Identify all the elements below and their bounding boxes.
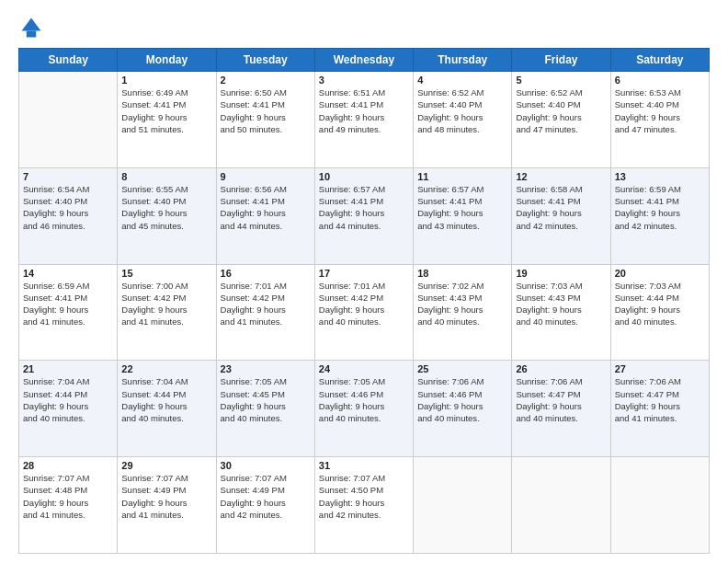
day-number: 29 bbox=[121, 460, 211, 471]
day-info: Sunrise: 6:49 AM Sunset: 4:41 PM Dayligh… bbox=[121, 86, 211, 135]
day-number: 24 bbox=[319, 363, 409, 374]
page: SundayMondayTuesdayWednesdayThursdayFrid… bbox=[0, 0, 728, 563]
day-info: Sunrise: 6:59 AM Sunset: 4:41 PM Dayligh… bbox=[23, 280, 113, 328]
day-number: 22 bbox=[121, 363, 211, 374]
calendar-day: 3Sunrise: 6:51 AM Sunset: 4:41 PM Daylig… bbox=[314, 72, 413, 168]
day-info: Sunrise: 7:07 AM Sunset: 4:49 PM Dayligh… bbox=[121, 472, 211, 521]
day-number: 4 bbox=[417, 75, 507, 86]
day-info: Sunrise: 7:04 AM Sunset: 4:44 PM Dayligh… bbox=[23, 375, 113, 424]
day-number: 9 bbox=[221, 171, 311, 182]
day-number: 3 bbox=[319, 75, 409, 86]
calendar-day: 18Sunrise: 7:02 AM Sunset: 4:43 PM Dayli… bbox=[414, 264, 512, 361]
calendar-day: 2Sunrise: 6:50 AM Sunset: 4:41 PM Daylig… bbox=[216, 72, 314, 168]
calendar-day bbox=[512, 457, 610, 554]
day-number: 15 bbox=[121, 268, 211, 279]
day-info: Sunrise: 7:03 AM Sunset: 4:44 PM Dayligh… bbox=[615, 280, 705, 328]
calendar-day: 8Sunrise: 6:55 AM Sunset: 4:40 PM Daylig… bbox=[118, 167, 216, 264]
day-info: Sunrise: 6:56 AM Sunset: 4:41 PM Dayligh… bbox=[221, 183, 311, 232]
day-info: Sunrise: 6:54 AM Sunset: 4:40 PM Dayligh… bbox=[23, 183, 113, 232]
day-info: Sunrise: 6:58 AM Sunset: 4:41 PM Dayligh… bbox=[516, 183, 606, 232]
calendar-day: 19Sunrise: 7:03 AM Sunset: 4:43 PM Dayli… bbox=[512, 264, 610, 361]
day-info: Sunrise: 6:52 AM Sunset: 4:40 PM Dayligh… bbox=[417, 86, 507, 135]
day-number: 20 bbox=[615, 268, 705, 279]
calendar-day: 11Sunrise: 6:57 AM Sunset: 4:41 PM Dayli… bbox=[414, 167, 512, 264]
calendar-day: 23Sunrise: 7:05 AM Sunset: 4:45 PM Dayli… bbox=[216, 361, 314, 457]
calendar-day: 14Sunrise: 6:59 AM Sunset: 4:41 PM Dayli… bbox=[19, 264, 118, 361]
day-number: 25 bbox=[417, 363, 507, 374]
calendar-day: 24Sunrise: 7:05 AM Sunset: 4:46 PM Dayli… bbox=[314, 361, 413, 457]
day-info: Sunrise: 6:57 AM Sunset: 4:41 PM Dayligh… bbox=[319, 183, 409, 232]
calendar-day: 26Sunrise: 7:06 AM Sunset: 4:47 PM Dayli… bbox=[512, 361, 610, 457]
day-info: Sunrise: 7:04 AM Sunset: 4:44 PM Dayligh… bbox=[121, 375, 211, 424]
day-info: Sunrise: 7:05 AM Sunset: 4:45 PM Dayligh… bbox=[221, 375, 311, 424]
day-info: Sunrise: 7:06 AM Sunset: 4:47 PM Dayligh… bbox=[615, 375, 705, 424]
header bbox=[18, 15, 710, 40]
calendar-day: 12Sunrise: 6:58 AM Sunset: 4:41 PM Dayli… bbox=[512, 167, 610, 264]
day-number: 8 bbox=[121, 171, 211, 182]
day-info: Sunrise: 7:03 AM Sunset: 4:43 PM Dayligh… bbox=[516, 280, 606, 328]
calendar-day: 6Sunrise: 6:53 AM Sunset: 4:40 PM Daylig… bbox=[610, 72, 709, 168]
calendar-day bbox=[19, 72, 118, 168]
day-number: 30 bbox=[221, 460, 311, 471]
calendar-day: 17Sunrise: 7:01 AM Sunset: 4:42 PM Dayli… bbox=[314, 264, 413, 361]
calendar-day: 22Sunrise: 7:04 AM Sunset: 4:44 PM Dayli… bbox=[118, 361, 216, 457]
day-number: 7 bbox=[23, 171, 113, 182]
logo-icon bbox=[18, 15, 44, 40]
calendar-day bbox=[610, 457, 709, 554]
calendar-week-3: 14Sunrise: 6:59 AM Sunset: 4:41 PM Dayli… bbox=[19, 264, 710, 361]
calendar-table: SundayMondayTuesdayWednesdayThursdayFrid… bbox=[18, 48, 710, 554]
day-number: 13 bbox=[615, 171, 705, 182]
calendar-day: 4Sunrise: 6:52 AM Sunset: 4:40 PM Daylig… bbox=[414, 72, 512, 168]
day-number: 18 bbox=[417, 268, 507, 279]
calendar-day: 21Sunrise: 7:04 AM Sunset: 4:44 PM Dayli… bbox=[19, 361, 118, 457]
calendar-day: 28Sunrise: 7:07 AM Sunset: 4:48 PM Dayli… bbox=[19, 457, 118, 554]
day-info: Sunrise: 7:01 AM Sunset: 4:42 PM Dayligh… bbox=[319, 280, 409, 328]
calendar-day: 30Sunrise: 7:07 AM Sunset: 4:49 PM Dayli… bbox=[216, 457, 314, 554]
day-info: Sunrise: 6:52 AM Sunset: 4:40 PM Dayligh… bbox=[516, 86, 606, 135]
calendar-header-row: SundayMondayTuesdayWednesdayThursdayFrid… bbox=[19, 49, 710, 72]
day-info: Sunrise: 6:50 AM Sunset: 4:41 PM Dayligh… bbox=[221, 86, 311, 135]
day-number: 11 bbox=[417, 171, 507, 182]
calendar-day: 31Sunrise: 7:07 AM Sunset: 4:50 PM Dayli… bbox=[314, 457, 413, 554]
day-number: 26 bbox=[516, 363, 606, 374]
calendar-day: 1Sunrise: 6:49 AM Sunset: 4:41 PM Daylig… bbox=[118, 72, 216, 168]
day-info: Sunrise: 7:06 AM Sunset: 4:47 PM Dayligh… bbox=[516, 375, 606, 424]
day-info: Sunrise: 6:55 AM Sunset: 4:40 PM Dayligh… bbox=[121, 183, 211, 232]
calendar-week-2: 7Sunrise: 6:54 AM Sunset: 4:40 PM Daylig… bbox=[19, 167, 710, 264]
day-info: Sunrise: 6:53 AM Sunset: 4:40 PM Dayligh… bbox=[615, 86, 705, 135]
day-number: 17 bbox=[319, 268, 409, 279]
day-info: Sunrise: 7:01 AM Sunset: 4:42 PM Dayligh… bbox=[221, 280, 311, 328]
day-number: 10 bbox=[319, 171, 409, 182]
calendar-day: 15Sunrise: 7:00 AM Sunset: 4:42 PM Dayli… bbox=[118, 264, 216, 361]
day-info: Sunrise: 6:51 AM Sunset: 4:41 PM Dayligh… bbox=[319, 86, 409, 135]
day-number: 28 bbox=[23, 460, 113, 471]
logo bbox=[18, 15, 48, 40]
day-number: 12 bbox=[516, 171, 606, 182]
day-number: 6 bbox=[615, 75, 705, 86]
day-number: 14 bbox=[23, 268, 113, 279]
calendar-header-thursday: Thursday bbox=[414, 49, 512, 72]
calendar-header-tuesday: Tuesday bbox=[216, 49, 314, 72]
day-info: Sunrise: 7:00 AM Sunset: 4:42 PM Dayligh… bbox=[121, 280, 211, 328]
svg-marker-0 bbox=[22, 18, 41, 31]
day-number: 31 bbox=[319, 460, 409, 471]
calendar-day: 5Sunrise: 6:52 AM Sunset: 4:40 PM Daylig… bbox=[512, 72, 610, 168]
day-info: Sunrise: 7:07 AM Sunset: 4:48 PM Dayligh… bbox=[23, 472, 113, 521]
calendar-header-saturday: Saturday bbox=[610, 49, 709, 72]
calendar-header-sunday: Sunday bbox=[19, 49, 118, 72]
day-info: Sunrise: 7:07 AM Sunset: 4:50 PM Dayligh… bbox=[319, 472, 409, 521]
day-info: Sunrise: 6:59 AM Sunset: 4:41 PM Dayligh… bbox=[615, 183, 705, 232]
day-info: Sunrise: 7:07 AM Sunset: 4:49 PM Dayligh… bbox=[221, 472, 311, 521]
day-number: 19 bbox=[516, 268, 606, 279]
calendar-week-5: 28Sunrise: 7:07 AM Sunset: 4:48 PM Dayli… bbox=[19, 457, 710, 554]
calendar-day: 9Sunrise: 6:56 AM Sunset: 4:41 PM Daylig… bbox=[216, 167, 314, 264]
day-number: 5 bbox=[516, 75, 606, 86]
day-info: Sunrise: 7:05 AM Sunset: 4:46 PM Dayligh… bbox=[319, 375, 409, 424]
calendar-day: 27Sunrise: 7:06 AM Sunset: 4:47 PM Dayli… bbox=[610, 361, 709, 457]
calendar-week-1: 1Sunrise: 6:49 AM Sunset: 4:41 PM Daylig… bbox=[19, 72, 710, 168]
calendar-day: 20Sunrise: 7:03 AM Sunset: 4:44 PM Dayli… bbox=[610, 264, 709, 361]
svg-rect-1 bbox=[27, 31, 37, 38]
calendar-day: 13Sunrise: 6:59 AM Sunset: 4:41 PM Dayli… bbox=[610, 167, 709, 264]
calendar-day: 10Sunrise: 6:57 AM Sunset: 4:41 PM Dayli… bbox=[314, 167, 413, 264]
day-number: 23 bbox=[221, 363, 311, 374]
